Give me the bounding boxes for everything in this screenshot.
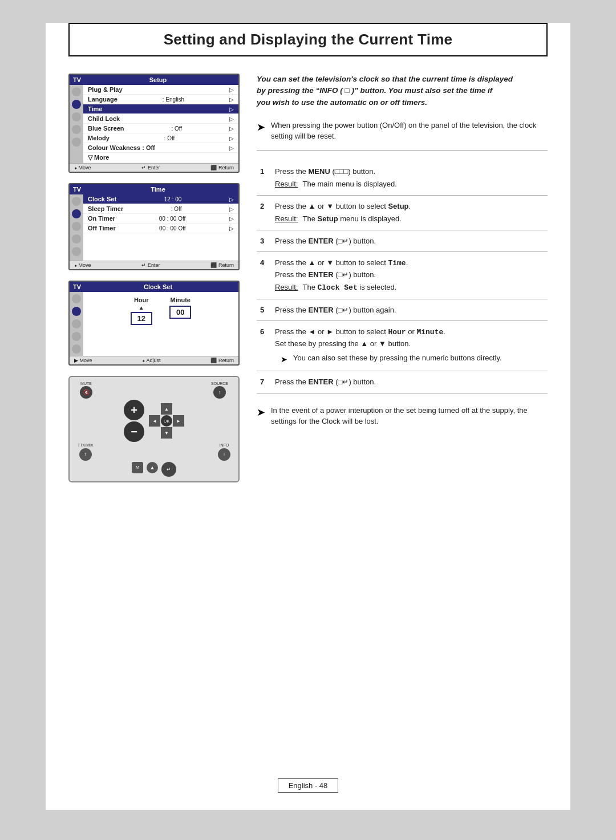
- page-title: Setting and Displaying the Current Time: [81, 31, 535, 48]
- menu-item-language: Language : English ▷: [83, 95, 238, 104]
- step-num-4: 4: [257, 252, 271, 299]
- tv-sidebar-1: Plug & Play ▷ Language : English ▷ Time …: [70, 85, 238, 163]
- menu-title-1: Setup: [149, 76, 167, 83]
- tv-icon-3c: [72, 319, 81, 328]
- tv-icon-2c: [72, 222, 81, 231]
- clock-col-hour: Hour ▲ 12: [131, 297, 152, 326]
- tv-icon-3b: [72, 307, 81, 316]
- tv-content-1: Plug & Play ▷ Language : English ▷ Time …: [83, 85, 238, 163]
- menu-item-on-timer: On Timer 00 : 00 Off ▷: [83, 214, 238, 224]
- tv-screen-setup: TV Setup: [68, 74, 240, 173]
- tv-icon-3: [72, 112, 81, 121]
- menu-item-more: ▽ More: [83, 153, 238, 163]
- step-content-5: Press the ENTER (□↵) button again.: [271, 299, 548, 321]
- note-text-1: When pressing the power button (On/Off) …: [271, 120, 548, 142]
- menu-item-melody: Melody : Off ▷: [83, 133, 238, 143]
- step-row-5: 5 Press the ENTER (□↵) button again.: [257, 299, 548, 321]
- menu-button[interactable]: M: [132, 462, 143, 473]
- menu-item-time: Time ▷: [83, 104, 238, 114]
- result-text-4: The Clock Set is selected.: [302, 282, 396, 294]
- footer-box: English - 48: [278, 778, 339, 793]
- sub-arrow-6: ➤: [281, 354, 287, 366]
- result-label-4: Result:: [275, 282, 298, 294]
- tv-icon-3d: [72, 332, 81, 341]
- tv-footer-3: ▶ Move ⬥ Adjust ⬛ Return: [70, 356, 238, 364]
- main-layout: TV Setup: [46, 74, 570, 482]
- menu-item-child-lock: Child Lock ▷: [83, 114, 238, 124]
- source-button[interactable]: ↑: [213, 386, 226, 399]
- step-content-1: Press the MENU (□□□) button. Result: The…: [271, 161, 548, 196]
- tv-label-2: TV: [73, 186, 81, 193]
- menu-title-2: Time: [151, 186, 165, 193]
- right-column: You can set the television's clock so th…: [257, 74, 548, 482]
- tv-icons-col-3: [70, 292, 83, 356]
- tv-sidebar-2: Clock Set 12 : 00 ▷ Sleep Timer : Off ▷ …: [70, 194, 238, 261]
- result-label-2: Result:: [275, 213, 298, 225]
- tv-icon-2: [72, 100, 81, 109]
- right-button[interactable]: ►: [173, 415, 184, 427]
- step-num-1: 1: [257, 161, 271, 196]
- volume-down-button[interactable]: −: [124, 421, 144, 442]
- result-label-1: Result:: [275, 178, 298, 190]
- step-row-6: 6 Press the ◄ or ► button to select Hour…: [257, 321, 548, 371]
- step-content-2: Press the ▲ or ▼ button to select Setup.…: [271, 195, 548, 230]
- title-box: Setting and Displaying the Current Time: [68, 23, 548, 56]
- note-block-2: ➤ In the event of a power interuption or…: [257, 405, 548, 435]
- step-result-1: Result: The main menu is displayed.: [275, 178, 544, 190]
- tv-content-3: Hour ▲ 12 Minute 00: [83, 292, 238, 356]
- sub-note-text-6: You can also set these by pressing the n…: [293, 352, 502, 366]
- step-num-5: 5: [257, 299, 271, 321]
- tv-icon-2d: [72, 234, 81, 244]
- arrow-symbol-1: ➤: [257, 121, 265, 142]
- intro-line3: you wish to use the automatic on or off …: [257, 98, 427, 107]
- clock-col-minute: Minute 00: [169, 297, 191, 326]
- intro-paragraph: You can set the television's clock so th…: [257, 74, 548, 108]
- step-row-2: 2 Press the ▲ or ▼ button to select Setu…: [257, 195, 548, 230]
- intro-line2: by pressing the “INFO ( □ )” button. You…: [257, 86, 492, 95]
- step-row-3: 3 Press the ENTER (□↵) button.: [257, 230, 548, 252]
- note-block-1: ➤ When pressing the power button (On/Off…: [257, 120, 548, 151]
- up-button[interactable]: ▲: [161, 403, 172, 415]
- tv-footer-2: ⬥ Move ↵ Enter ⬛ Return: [70, 261, 238, 269]
- tv-icons-col-2: [70, 194, 83, 261]
- tv-icon-2e: [72, 247, 81, 256]
- step-row-1: 1 Press the MENU (□□□) button. Result: T…: [257, 161, 548, 196]
- left-button[interactable]: ◄: [149, 415, 160, 427]
- step-num-6: 6: [257, 321, 271, 371]
- nav-up-btn[interactable]: ▲: [147, 462, 158, 473]
- tv-icon-5: [72, 137, 81, 147]
- tv-icon-3a: [72, 294, 81, 303]
- intro-line1: You can set the television's clock so th…: [257, 75, 513, 83]
- left-column: TV Setup: [68, 74, 240, 482]
- menu-item-off-timer: Off Timer 00 : 00 Off ▷: [83, 224, 238, 233]
- tv-screen-time: TV Time: [68, 183, 240, 270]
- ttx-button[interactable]: T: [79, 448, 92, 461]
- arrow-symbol-2: ➤: [257, 406, 265, 427]
- menu-title-3: Clock Set: [144, 283, 172, 290]
- step-num-3: 3: [257, 230, 271, 252]
- result-text-2: The Setup menu is displayed.: [302, 213, 401, 225]
- remote-control: MUTE 🔇 SOURCE ↑ + −: [68, 376, 240, 482]
- menu-item-plug: Plug & Play ▷: [83, 85, 238, 95]
- info-button[interactable]: i: [218, 448, 230, 461]
- down-button[interactable]: ▼: [161, 427, 172, 439]
- tv-header-3: TV Clock Set: [70, 282, 238, 292]
- ok-button[interactable]: OK: [161, 415, 172, 427]
- step-result-2: Result: The Setup menu is displayed.: [275, 213, 544, 225]
- step-num-7: 7: [257, 371, 271, 393]
- step-content-6: Press the ◄ or ► button to select Hour o…: [271, 321, 548, 371]
- tv-screen-clockset: TV Clock Set: [68, 281, 240, 366]
- step-result-4: Result: The Clock Set is selected.: [275, 282, 544, 294]
- step-row-4: 4 Press the ▲ or ▼ button to select Time…: [257, 252, 548, 299]
- volume-up-button[interactable]: +: [124, 400, 144, 420]
- mute-button[interactable]: 🔇: [80, 386, 92, 399]
- menu-item-clockset: Clock Set 12 : 00 ▷: [83, 194, 238, 204]
- footer-text: English - 48: [289, 781, 328, 790]
- enter-button[interactable]: ↵: [161, 462, 176, 477]
- page: Setting and Displaying the Current Time …: [0, 0, 616, 840]
- page-footer: English - 48: [46, 778, 570, 793]
- tv-label-3: TV: [73, 283, 81, 290]
- step-content-7: Press the ENTER (□↵) button.: [271, 371, 548, 393]
- note-text-2: In the event of a power interuption or t…: [271, 405, 548, 427]
- tv-icon-2a: [72, 197, 81, 206]
